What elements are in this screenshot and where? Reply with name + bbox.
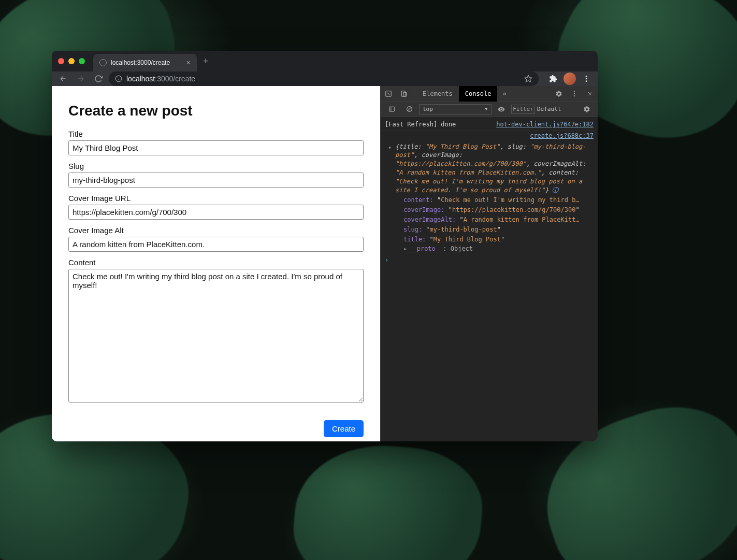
label-slug: Slug: [68, 162, 364, 170]
svg-line-18: [408, 107, 411, 111]
svg-point-10: [574, 91, 575, 92]
console-tab[interactable]: Console: [459, 86, 498, 102]
browser-tab[interactable]: localhost:3000/create ×: [93, 54, 197, 71]
log-object-property: coverImage: "https://placekitten.com/g/7…: [381, 205, 598, 215]
extensions-icon[interactable]: [546, 71, 560, 86]
input-slug[interactable]: [68, 173, 364, 188]
chevron-right-icon: ▸: [403, 245, 407, 252]
label-content: Content: [68, 258, 364, 267]
back-button[interactable]: [56, 71, 70, 86]
svg-point-12: [574, 95, 575, 96]
globe-icon: [99, 59, 107, 66]
window-minimize-button[interactable]: [68, 58, 75, 64]
window-close-button[interactable]: [58, 58, 64, 64]
input-cover-alt[interactable]: [68, 237, 364, 252]
more-tabs-icon[interactable]: »: [497, 90, 511, 97]
label-title: Title: [68, 130, 364, 138]
window-maximize-button[interactable]: [79, 58, 85, 64]
log-object-property: coverImageAlt: "A random kitten from Pla…: [381, 215, 598, 225]
console-settings-icon[interactable]: [579, 102, 595, 117]
svg-marker-3: [525, 75, 531, 82]
live-expression-icon[interactable]: [494, 102, 509, 117]
field-title: Title: [68, 130, 364, 155]
elements-tab[interactable]: Elements: [416, 86, 459, 102]
toolbar: localhost:3000/create: [52, 71, 598, 86]
menu-icon[interactable]: [579, 71, 594, 86]
tab-title: localhost:3000/create: [111, 59, 170, 66]
page-body: Create a new post Title Slug Cover Image…: [52, 86, 380, 441]
svg-point-11: [574, 93, 575, 94]
svg-point-5: [586, 78, 587, 80]
field-slug: Slug: [68, 162, 364, 188]
label-cover-url: Cover Image URL: [68, 194, 364, 203]
devtools-tabbar: Elements Console »: [381, 86, 598, 102]
svg-point-6: [586, 80, 587, 82]
devtools-close-icon[interactable]: [582, 86, 598, 102]
input-title[interactable]: [68, 140, 364, 155]
log-object-property: slug: "my-third-blog-post": [381, 225, 598, 235]
console-output[interactable]: [Fast Refresh] done hot-dev-client.js?64…: [381, 117, 598, 441]
svg-rect-15: [389, 107, 394, 111]
log-entry: [Fast Refresh] done hot-dev-client.js?64…: [381, 119, 598, 131]
console-prompt[interactable]: ›: [381, 254, 598, 267]
field-cover-alt: Cover Image Alt: [68, 226, 364, 252]
log-source-link[interactable]: create.js?688c:37: [381, 131, 598, 141]
profile-avatar[interactable]: [563, 73, 576, 85]
clear-console-icon[interactable]: [401, 102, 417, 117]
window-controls: [58, 58, 85, 64]
console-sidebar-toggle-icon[interactable]: [384, 102, 399, 117]
svg-point-4: [586, 76, 587, 77]
field-cover-url: Cover Image URL: [68, 194, 364, 220]
page-heading: Create a new post: [68, 103, 364, 119]
log-object-property: content: "Check me out! I'm writing my t…: [381, 195, 598, 205]
forward-button[interactable]: [74, 71, 88, 86]
browser-window: localhost:3000/create × + localhost:3000…: [52, 51, 598, 441]
context-selector[interactable]: top▾: [419, 104, 492, 114]
filter-input[interactable]: Filter: [511, 105, 535, 114]
devtools-panel: Elements Console »: [380, 86, 598, 441]
new-tab-button[interactable]: +: [203, 56, 209, 67]
url-text: localhost:3000/create: [126, 75, 195, 83]
log-proto[interactable]: ▸__proto__: Object: [381, 244, 598, 254]
address-bar[interactable]: localhost:3000/create: [109, 71, 539, 86]
log-source-link[interactable]: hot-dev-client.js?647e:182: [496, 120, 594, 129]
info-icon: [115, 75, 122, 82]
input-cover-url[interactable]: [68, 205, 364, 220]
inspect-icon[interactable]: [381, 86, 396, 102]
console-toolbar: top▾ Filter Default: [381, 102, 598, 117]
create-button[interactable]: Create: [324, 420, 364, 437]
viewport: Create a new post Title Slug Cover Image…: [52, 86, 598, 441]
devtools-settings-icon[interactable]: [551, 86, 567, 102]
log-levels[interactable]: Default: [537, 106, 561, 112]
close-tab-icon[interactable]: ×: [186, 59, 191, 67]
tab-strip: localhost:3000/create × +: [52, 51, 598, 71]
log-object-summary[interactable]: ▾ {title: "My Third Blog Post", slug: "m…: [381, 141, 598, 196]
device-toggle-icon[interactable]: [396, 86, 412, 102]
devtools-menu-icon[interactable]: [567, 86, 582, 102]
label-cover-alt: Cover Image Alt: [68, 226, 364, 235]
textarea-content[interactable]: Check me out! I'm writing my third blog …: [68, 269, 364, 403]
log-object-property: title: "My Third Blog Post": [381, 235, 598, 245]
field-content: Content Check me out! I'm writing my thi…: [68, 258, 364, 405]
reload-button[interactable]: [91, 71, 106, 86]
star-icon[interactable]: [524, 75, 532, 83]
disclosure-triangle-icon[interactable]: ▾: [388, 143, 392, 152]
